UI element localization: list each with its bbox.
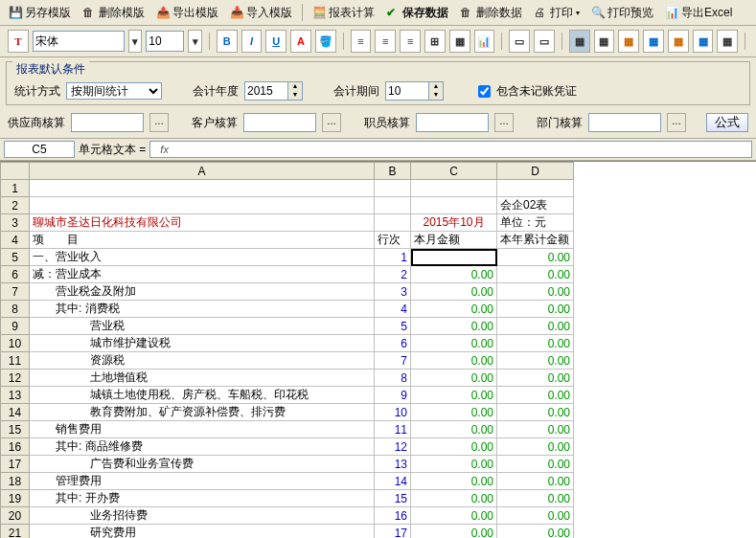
col-header-c[interactable]: C: [411, 163, 497, 180]
year-down[interactable]: ▼: [288, 91, 302, 100]
cell[interactable]: 1: [375, 249, 411, 266]
cell[interactable]: 12: [375, 438, 411, 456]
borders-button[interactable]: ▦: [449, 30, 470, 53]
customer-lookup[interactable]: …: [322, 113, 341, 132]
font-color-button[interactable]: A: [290, 30, 311, 53]
btn-ext2[interactable]: ▭: [534, 30, 555, 53]
grid6-button[interactable]: ▦: [693, 30, 714, 53]
year-up[interactable]: ▲: [288, 82, 302, 91]
cell[interactable]: 16: [375, 507, 411, 525]
italic-button[interactable]: I: [241, 30, 263, 53]
cell[interactable]: 其中: 开办费: [30, 490, 375, 507]
staff-lookup[interactable]: …: [494, 113, 514, 132]
cell[interactable]: 会企02表: [497, 197, 574, 214]
col-header-b[interactable]: B: [375, 163, 411, 180]
cell[interactable]: 6: [375, 335, 411, 352]
cell[interactable]: 营业税: [30, 318, 375, 335]
cell[interactable]: 9: [375, 387, 411, 404]
row-header[interactable]: 15: [1, 421, 30, 438]
btn-ext1[interactable]: ▭: [509, 30, 530, 53]
size-dropdown[interactable]: ▾: [188, 30, 202, 53]
cell[interactable]: 0.00: [497, 318, 574, 335]
cell[interactable]: 7: [375, 352, 411, 370]
cell[interactable]: 广告费和业务宣传费: [30, 456, 375, 473]
cell[interactable]: 0.00: [411, 421, 497, 438]
cell[interactable]: 0.00: [411, 370, 497, 387]
cell[interactable]: 10: [375, 404, 411, 421]
delete-template-button[interactable]: 🗑删除模版: [78, 2, 149, 23]
period-down[interactable]: ▼: [429, 91, 443, 100]
supplier-lookup[interactable]: …: [149, 113, 169, 132]
header-cell[interactable]: 本年累计金额: [497, 232, 574, 249]
calc-button[interactable]: 🧮报表计算: [308, 2, 379, 23]
cell[interactable]: 0.00: [411, 335, 497, 352]
cell[interactable]: 0.00: [411, 387, 497, 404]
cell[interactable]: 0.00: [497, 266, 574, 283]
cell[interactable]: 0.00: [497, 438, 574, 456]
cell[interactable]: 城市维护建设税: [30, 335, 375, 352]
row-header[interactable]: 20: [1, 507, 30, 525]
cell[interactable]: 业务招待费: [30, 507, 375, 525]
cell[interactable]: 管理费用: [30, 473, 375, 490]
cell-address[interactable]: C5: [4, 141, 75, 158]
row-header[interactable]: 7: [1, 283, 30, 301]
cell[interactable]: 0.00: [411, 490, 497, 507]
cell[interactable]: 一、营业收入: [30, 249, 375, 266]
row-header[interactable]: 21: [1, 525, 30, 539]
cell[interactable]: 资源税: [30, 352, 375, 370]
font-dropdown[interactable]: ▾: [128, 30, 143, 53]
fill-color-button[interactable]: 🪣: [315, 30, 336, 53]
grid1-button[interactable]: ▦: [569, 30, 590, 53]
row-header[interactable]: 13: [1, 387, 30, 404]
row-header[interactable]: 5: [1, 249, 30, 266]
row-header[interactable]: 12: [1, 370, 30, 387]
cell[interactable]: 教育费附加、矿产资源补偿费、排污费: [30, 404, 375, 421]
spreadsheet[interactable]: A B C D 1 2会企02表 3 聊城市圣达日化科技有限公司 2015年10…: [0, 161, 756, 538]
cell[interactable]: 0.00: [411, 352, 497, 370]
staff-input[interactable]: [416, 113, 489, 132]
row-header[interactable]: 6: [1, 266, 30, 283]
underline-button[interactable]: U: [265, 30, 286, 53]
merge-button[interactable]: ⊞: [424, 30, 446, 53]
cell[interactable]: 单位：元: [497, 214, 574, 232]
cell[interactable]: 0.00: [497, 490, 574, 507]
col-header-d[interactable]: D: [497, 163, 574, 180]
cell[interactable]: 13: [375, 456, 411, 473]
cell[interactable]: 0.00: [411, 438, 497, 456]
stat-combo[interactable]: 按期间统计: [66, 82, 162, 100]
cell[interactable]: 0.00: [497, 507, 574, 525]
row-header[interactable]: 14: [1, 404, 30, 421]
cell[interactable]: 0.00: [497, 404, 574, 421]
cell[interactable]: 0.00: [411, 473, 497, 490]
font-size-input[interactable]: [146, 31, 184, 52]
font-name-input[interactable]: [33, 31, 125, 52]
grid4-button[interactable]: ▦: [643, 30, 664, 53]
cell[interactable]: 0.00: [497, 352, 574, 370]
row-header[interactable]: 9: [1, 318, 30, 335]
row-header[interactable]: 16: [1, 438, 30, 456]
formula-button[interactable]: 公式: [706, 113, 748, 132]
date-cell[interactable]: 2015年10月: [411, 214, 497, 232]
cell[interactable]: 营业税金及附加: [30, 283, 375, 301]
cell[interactable]: 0.00: [411, 301, 497, 318]
cell[interactable]: 销售费用: [30, 421, 375, 438]
export-template-button[interactable]: 📤导出模版: [151, 2, 223, 23]
year-input[interactable]: [244, 81, 288, 101]
corner-cell[interactable]: [1, 163, 30, 180]
cell[interactable]: 17: [375, 525, 411, 539]
delete-data-button[interactable]: 🗑删除数据: [455, 2, 527, 23]
cell[interactable]: 减：营业成本: [30, 266, 375, 283]
export-excel-button[interactable]: 📊导出Excel: [660, 2, 737, 23]
row-header[interactable]: 4: [1, 232, 30, 249]
align-center-button[interactable]: ≡: [375, 30, 396, 53]
cell[interactable]: 城镇土地使用税、房产税、车船税、印花税: [30, 387, 375, 404]
row-header[interactable]: 17: [1, 456, 30, 473]
row-header[interactable]: 2: [1, 197, 30, 214]
row-header[interactable]: 11: [1, 352, 30, 370]
cell[interactable]: 0.00: [411, 507, 497, 525]
header-cell[interactable]: 行次: [375, 232, 411, 249]
cell[interactable]: 0.00: [411, 318, 497, 335]
cell[interactable]: 2: [375, 266, 411, 283]
cell[interactable]: 0.00: [411, 525, 497, 539]
save-template-button[interactable]: 💾另存模版: [4, 2, 76, 23]
